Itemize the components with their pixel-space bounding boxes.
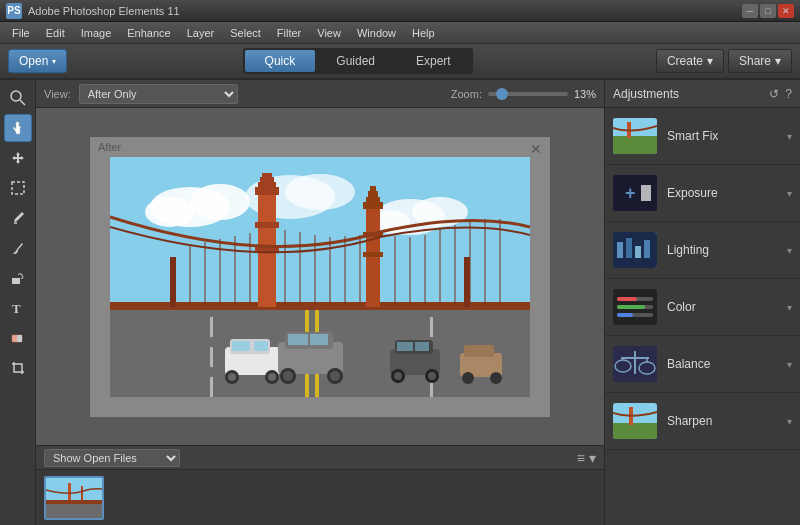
menu-file[interactable]: File [4,25,38,41]
menu-help[interactable]: Help [404,25,443,41]
svg-point-0 [11,91,21,101]
share-button[interactable]: Share ▾ [728,49,792,73]
svg-rect-97 [613,136,657,154]
eraser-tool[interactable] [4,324,32,352]
tab-expert[interactable]: Expert [396,50,471,72]
brush-tool[interactable] [4,234,32,262]
svg-rect-95 [46,500,104,504]
svg-point-89 [462,372,474,384]
color-expand[interactable]: ▾ [787,302,792,313]
svg-rect-21 [210,317,213,337]
zoom-tool[interactable] [4,84,32,112]
svg-rect-42 [368,191,378,198]
filmstrip-select[interactable]: Show Open Files Show Organizer Files [44,449,180,467]
sharpen-expand[interactable]: ▾ [787,416,792,427]
selection-tool[interactable] [4,174,32,202]
adjustments-help-icon[interactable]: ? [785,87,792,101]
tab-quick[interactable]: Quick [245,50,316,72]
exposure-label: Exposure [667,186,777,200]
menu-view[interactable]: View [309,25,349,41]
create-button[interactable]: Create ▾ [656,49,724,73]
balance-expand[interactable]: ▾ [787,359,792,370]
main-toolbar: Open ▾ Quick Guided Expert Create ▾ Shar… [0,44,800,80]
smart-fix-thumbnail [613,118,657,154]
menu-layer[interactable]: Layer [179,25,223,41]
svg-text:T: T [12,301,21,316]
svg-rect-36 [262,173,272,179]
crop-tool[interactable] [4,354,32,382]
maximize-button[interactable]: □ [760,4,776,18]
hand-tool[interactable] [4,114,32,142]
svg-rect-109 [617,297,637,301]
filmstrip-area: Show Open Files Show Organizer Files ≡ ▾ [36,445,604,525]
svg-rect-73 [288,334,308,345]
balance-thumbnail [613,346,657,382]
svg-point-16 [285,174,355,210]
svg-rect-43 [370,186,376,192]
menu-bar: File Edit Image Enhance Layer Select Fil… [0,22,800,44]
svg-rect-29 [464,257,470,307]
svg-rect-23 [210,377,213,397]
adj-item-balance[interactable]: Balance ▾ [605,336,800,393]
svg-rect-94 [81,486,83,502]
menu-filter[interactable]: Filter [269,25,309,41]
zoom-slider[interactable] [488,92,568,96]
adj-item-smart-fix[interactable]: Smart Fix ▾ [605,108,800,165]
svg-rect-3 [14,222,17,224]
adj-item-exposure[interactable]: + Exposure ▾ [605,165,800,222]
photo-canvas [110,157,530,397]
close-button[interactable]: ✕ [778,4,794,18]
svg-point-77 [283,371,293,381]
filmstrip-expand-icon[interactable]: ▾ [589,450,596,466]
svg-rect-104 [626,238,632,258]
eyedropper-tool[interactable] [4,204,32,232]
svg-point-85 [394,372,402,380]
lighting-expand[interactable]: ▾ [787,245,792,256]
center-area: View: After Only Before Only Before & Af… [36,80,604,525]
menu-window[interactable]: Window [349,25,404,41]
open-button[interactable]: Open ▾ [8,49,67,73]
text-tool[interactable]: T [4,294,32,322]
svg-rect-101 [641,185,651,201]
zoom-percentage: 13% [574,88,596,100]
svg-rect-65 [232,341,250,351]
menu-image[interactable]: Image [73,25,120,41]
adj-item-sharpen[interactable]: Sharpen ▾ [605,393,800,450]
right-panel: Adjustments ↺ ? Smart Fix ▾ + Exposure [604,80,800,525]
stamp-tool[interactable] [4,264,32,292]
filmstrip-thumb-1[interactable] [44,476,104,520]
svg-point-10 [190,184,250,220]
zoom-thumb[interactable] [496,88,508,100]
exposure-expand[interactable]: ▾ [787,188,792,199]
adj-item-color[interactable]: Color ▾ [605,279,800,336]
mode-tabs: Quick Guided Expert [243,48,473,74]
svg-rect-2 [12,182,24,194]
minimize-button[interactable]: ─ [742,4,758,18]
adjustments-refresh-icon[interactable]: ↺ [769,87,779,101]
filmstrip-menu-icon[interactable]: ≡ [577,450,585,466]
svg-rect-103 [617,242,623,258]
svg-rect-7 [17,335,22,342]
svg-rect-41 [366,197,380,204]
svg-point-11 [145,197,195,227]
filmstrip-toolbar: Show Open Files Show Organizer Files ≡ ▾ [36,446,604,470]
adjustments-title: Adjustments [613,87,769,101]
view-select[interactable]: After Only Before Only Before & After (H… [79,84,238,104]
svg-rect-40 [363,252,383,257]
svg-rect-22 [210,347,213,367]
canvas-close-button[interactable]: ✕ [530,141,542,157]
canvas-wrapper: After ✕ [36,108,604,445]
menu-edit[interactable]: Edit [38,25,73,41]
svg-point-69 [228,373,236,381]
adjustments-list: Smart Fix ▾ + Exposure ▾ [605,108,800,525]
smart-fix-expand[interactable]: ▾ [787,131,792,142]
menu-select[interactable]: Select [222,25,269,41]
svg-rect-105 [635,246,641,258]
tab-guided[interactable]: Guided [316,50,395,72]
svg-rect-82 [415,342,429,351]
adj-item-lighting[interactable]: Lighting ▾ [605,222,800,279]
svg-rect-28 [170,257,176,307]
adjustments-header-icons: ↺ ? [769,87,792,101]
menu-enhance[interactable]: Enhance [119,25,178,41]
move-tool[interactable] [4,144,32,172]
